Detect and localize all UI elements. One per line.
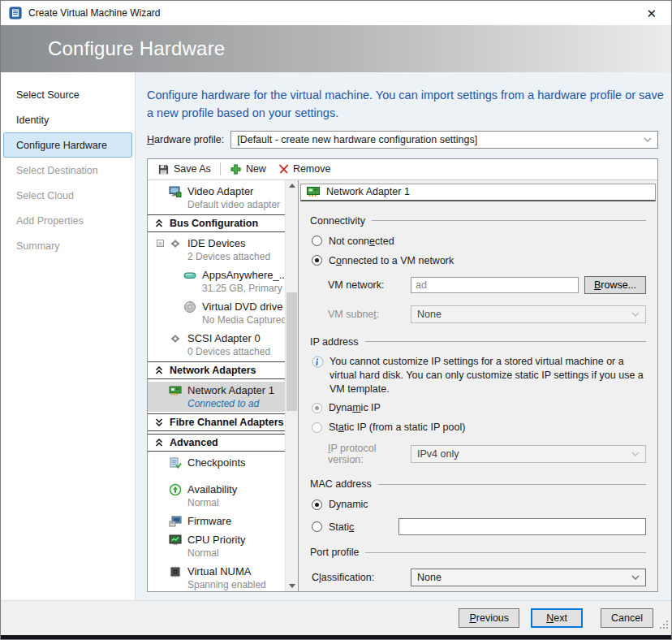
wizard-steps-sidebar: Select Source Identity Configure Hardwar… [1,72,136,600]
expand-section-icon [155,418,163,426]
radio-not-connected[interactable]: Not connected [310,236,646,247]
radio-button [312,403,322,413]
video-adapter-icon [169,185,182,198]
radio-connected-vm-network[interactable]: Connected to a VM network [310,255,646,266]
resize-grip[interactable] [658,619,668,629]
tree-item-availability[interactable]: Availability Normal [151,481,284,511]
radio-button[interactable] [312,255,322,266]
red-x-icon [278,163,289,175]
page-title: Configure Hardware [48,37,225,60]
group-ip-address: IP address [310,336,646,348]
tree-section-bus-configuration[interactable]: Bus Configuration [148,214,298,232]
classification-select[interactable]: None [411,569,646,586]
classification-label: Classification: [312,572,411,583]
group-port-profile: Port profile [310,547,646,558]
group-mac-address: MAC address [310,478,646,490]
cancel-button[interactable]: Cancel [601,608,653,628]
radio-mac-dynamic[interactable]: Dynamic [310,499,646,510]
vm-subnet-row: VM subnet: None [328,305,646,323]
sidebar-item-add-properties: Add Properties [3,208,132,233]
tree-item-ide-devices[interactable]: IDE Devices 2 Devices attached [151,235,284,265]
vm-network-row: VM network: Browse... [328,276,646,294]
collapse-section-icon [155,366,163,374]
radio-button[interactable] [312,236,322,246]
tree-item-video-adapter[interactable]: Video Adapter Default video adapter [151,183,284,213]
sidebar-item-select-cloud: Select Cloud [3,183,132,208]
tree-item-checkpoints[interactable]: Checkpoints [151,454,284,471]
mac-static-input[interactable] [398,518,646,535]
tree-item-appsanywhere-disk[interactable]: AppsAnywhere_... 31.25 GB, Primary [151,266,284,296]
radio-button[interactable] [312,521,322,532]
wizard-footer: Previous Next Cancel [1,600,671,635]
tree-scrollbar[interactable] [285,180,298,592]
sidebar-item-identity[interactable]: Identity [3,107,132,132]
group-connectivity: Connectivity [310,215,646,227]
hardware-profile-row: Hardware profile: [Default - create new … [147,131,658,149]
bus-devices-icon [169,237,182,250]
title-bar: Create Virtual Machine Wizard ✕ [1,1,671,25]
tree-item-firmware[interactable]: Firmware [151,512,284,530]
cpu-priority-icon [169,534,182,547]
new-button[interactable]: New [225,162,271,177]
vm-subnet-select: None [411,305,646,323]
sidebar-item-configure-hardware[interactable]: Configure Hardware [3,132,132,158]
tree-item-cpu-priority[interactable]: CPU Priority Normal [151,531,284,561]
save-as-button[interactable]: Save As [153,162,216,177]
tree-item-network-adapter-1[interactable]: Network Adapter 1 Connected to ad [148,382,298,412]
vm-network-input[interactable] [411,277,579,293]
classification-row: Classification: None [312,569,646,586]
create-vm-wizard-window: Create Virtual Machine Wizard ✕ Configur… [0,0,672,640]
tree-spacer [151,473,284,481]
radio-button[interactable] [312,499,322,510]
hardware-config-container: Save As New Remove [147,158,658,593]
radio-dynamic-ip: Dynamic IP [310,402,646,413]
vm-subnet-label: VM subnet: [328,309,411,320]
sidebar-item-select-source[interactable]: Select Source [3,82,132,107]
chevron-down-icon [631,452,640,456]
bus-devices-icon [169,332,182,345]
browse-button[interactable]: Browse... [584,276,646,294]
window-bottom-edge [1,635,671,639]
scroll-up-icon[interactable] [286,180,299,193]
close-icon[interactable]: ✕ [640,6,663,21]
wizard-banner: Configure Hardware [1,25,671,72]
hardware-profile-label: Hardware profile: [147,134,224,145]
tree-item-virtual-numa[interactable]: Virtual NUMA Spanning enabled [151,563,284,592]
dvd-disc-icon [183,301,196,314]
numa-chip-icon [169,565,182,578]
hardware-profile-select[interactable]: [Default - create new hardware configura… [230,131,658,149]
sidebar-item-select-destination: Select Destination [3,158,132,183]
collapse-section-icon [155,219,163,227]
details-header: Network Adapter 1 [300,184,656,201]
ip-info-row: You cannot customize IP settings for a s… [312,355,646,397]
vm-network-label: VM network: [328,279,411,291]
radio-mac-static[interactable]: Static [310,518,646,535]
adapter-details-panel: Network Adapter 1 Connectivity Not conne… [299,180,657,592]
hard-disk-icon [183,269,196,282]
tree-item-virtual-dvd-drive[interactable]: Virtual DVD drive No Media Captured [151,298,284,328]
tree-section-advanced[interactable]: Advanced [148,434,298,452]
wizard-app-icon [9,6,22,19]
remove-button[interactable]: Remove [273,162,336,176]
tree-expander-icon[interactable] [157,240,164,247]
availability-icon [169,483,182,496]
save-icon [157,163,170,175]
scrollbar-thumb[interactable] [286,292,297,411]
profile-toolbar: Save As New Remove [148,159,657,180]
details-title: Network Adapter 1 [326,186,410,197]
ip-protocol-label: IP protocol version: [328,443,411,465]
next-button[interactable]: Next [531,608,583,628]
tree-section-fibre-channel-adapters[interactable]: Fibre Channel Adapters [148,413,298,431]
toolbar-separator [220,162,221,175]
ip-protocol-select: IPv4 only [411,445,646,463]
chevron-down-icon [631,575,640,580]
hardware-profile-value: [Default - create new hardware configura… [237,134,477,145]
scroll-down-icon[interactable] [286,578,299,591]
previous-button[interactable]: Previous [459,608,519,628]
ip-protocol-row: IP protocol version: IPv4 only [328,443,646,465]
tree-section-network-adapters[interactable]: Network Adapters [148,361,298,379]
tree-item-scsi-adapter-0[interactable]: SCSI Adapter 0 0 Devices attached [151,330,284,360]
main-content: Configure hardware for the virtual machi… [136,72,671,600]
window-title: Create Virtual Machine Wizard [28,7,161,19]
ip-info-text: You cannot customize IP settings for a s… [330,355,646,397]
